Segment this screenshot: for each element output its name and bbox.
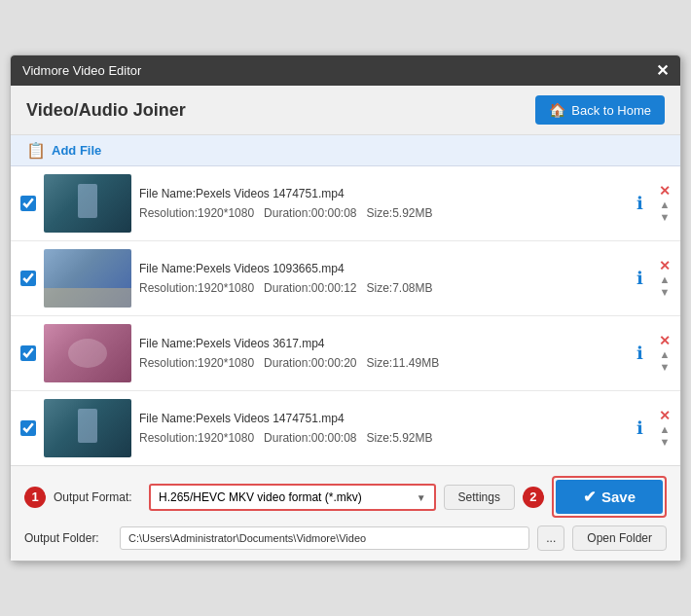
file-thumbnail-1 <box>44 174 131 233</box>
move-up-button-2[interactable]: ▲ <box>660 274 671 285</box>
side-controls-1: ✕ ▲ ▼ <box>659 184 671 223</box>
move-up-button-3[interactable]: ▲ <box>660 349 671 360</box>
move-down-button-3[interactable]: ▼ <box>660 362 671 373</box>
remove-button-3[interactable]: ✕ <box>659 334 671 347</box>
bottom-bar: 1 Output Format: H.265/HEVC MKV video fo… <box>11 466 680 561</box>
output-format-label: Output Format: <box>54 490 141 504</box>
file-info-4: File Name:Pexels Videos 1474751.mp4 Reso… <box>139 409 629 449</box>
home-icon: 🏠 <box>549 102 565 118</box>
file-name-2: File Name:Pexels Videos 1093665.mp4 <box>139 259 629 278</box>
add-file-icon: 📋 <box>26 141 46 160</box>
output-folder-row: Output Folder: C:\Users\Administrator\Do… <box>24 525 667 551</box>
close-button[interactable]: ✕ <box>656 61 669 80</box>
main-window: Vidmore Video Editor ✕ Video/Audio Joine… <box>10 54 681 562</box>
file-meta-3: Resolution:1920*1080 Duration:00:00:20 S… <box>139 353 629 373</box>
save-button-wrapper: ✔ Save <box>552 476 667 518</box>
file-thumbnail-4 <box>44 399 131 457</box>
side-controls-2: ✕ ▲ ▼ <box>659 259 671 298</box>
info-icon-1[interactable]: ℹ <box>636 193 643 214</box>
file-item: File Name:Pexels Videos 3617.mp4 Resolut… <box>11 316 680 391</box>
info-icon-2[interactable]: ℹ <box>636 268 643 289</box>
move-up-button-1[interactable]: ▲ <box>660 199 671 210</box>
file-checkbox-3[interactable] <box>20 345 36 361</box>
badge-2: 2 <box>523 487 544 508</box>
side-controls-4: ✕ ▲ ▼ <box>659 409 671 448</box>
file-item: File Name:Pexels Videos 1093665.mp4 Reso… <box>11 241 680 316</box>
move-up-button-4[interactable]: ▲ <box>660 424 671 435</box>
file-item: File Name:Pexels Videos 1474751.mp4 Reso… <box>11 166 680 241</box>
move-down-button-4[interactable]: ▼ <box>660 437 671 448</box>
file-name-1: File Name:Pexels Videos 1474751.mp4 <box>139 184 629 203</box>
page-title: Video/Audio Joiner <box>26 100 186 121</box>
check-icon: ✔ <box>583 488 596 506</box>
file-name-4: File Name:Pexels Videos 1474751.mp4 <box>139 409 629 428</box>
settings-button[interactable]: Settings <box>444 485 515 510</box>
file-thumbnail-2 <box>44 249 131 308</box>
save-label: Save <box>601 489 636 505</box>
save-button[interactable]: ✔ Save <box>556 480 663 514</box>
folder-browse-button[interactable]: ... <box>537 525 564 551</box>
move-down-button-1[interactable]: ▼ <box>660 212 671 223</box>
output-folder-label: Output Folder: <box>24 531 112 545</box>
file-thumbnail-3 <box>44 324 131 382</box>
file-info-3: File Name:Pexels Videos 3617.mp4 Resolut… <box>139 334 629 374</box>
window-title: Vidmore Video Editor <box>22 63 141 78</box>
file-info-1: File Name:Pexels Videos 1474751.mp4 Reso… <box>139 184 629 224</box>
file-item: File Name:Pexels Videos 1474751.mp4 Reso… <box>11 391 680 465</box>
file-name-3: File Name:Pexels Videos 3617.mp4 <box>139 334 629 353</box>
remove-button-2[interactable]: ✕ <box>659 259 671 272</box>
add-file-label[interactable]: Add File <box>52 143 101 158</box>
output-format-row: 1 Output Format: H.265/HEVC MKV video fo… <box>24 476 667 518</box>
file-meta-4: Resolution:1920*1080 Duration:00:00:08 S… <box>139 428 629 448</box>
side-controls-3: ✕ ▲ ▼ <box>659 334 671 373</box>
format-select[interactable]: H.265/HEVC MKV video format (*.mkv) <box>151 486 434 509</box>
file-checkbox-4[interactable] <box>20 420 36 436</box>
badge-1: 1 <box>24 487 46 508</box>
info-icon-3[interactable]: ℹ <box>636 343 643 364</box>
file-checkbox-2[interactable] <box>20 271 36 286</box>
header-bar: Video/Audio Joiner 🏠 Back to Home <box>11 86 680 135</box>
open-folder-button[interactable]: Open Folder <box>572 525 667 551</box>
format-select-wrapper: H.265/HEVC MKV video format (*.mkv) ▼ <box>149 484 436 511</box>
folder-path: C:\Users\Administrator\Documents\Vidmore… <box>120 526 529 550</box>
back-to-home-button[interactable]: 🏠 Back to Home <box>535 95 665 125</box>
title-bar: Vidmore Video Editor ✕ <box>11 55 680 86</box>
file-info-2: File Name:Pexels Videos 1093665.mp4 Reso… <box>139 259 629 299</box>
info-icon-4[interactable]: ℹ <box>636 417 643 439</box>
add-file-bar[interactable]: 📋 Add File <box>11 135 680 166</box>
remove-button-4[interactable]: ✕ <box>659 409 671 422</box>
file-meta-2: Resolution:1920*1080 Duration:00:00:12 S… <box>139 278 629 298</box>
back-to-home-label: Back to Home <box>571 103 651 118</box>
remove-button-1[interactable]: ✕ <box>659 184 671 198</box>
move-down-button-2[interactable]: ▼ <box>660 287 671 298</box>
file-checkbox-1[interactable] <box>20 196 36 211</box>
file-meta-1: Resolution:1920*1080 Duration:00:00:08 S… <box>139 203 629 223</box>
file-list: File Name:Pexels Videos 1474751.mp4 Reso… <box>11 166 680 466</box>
